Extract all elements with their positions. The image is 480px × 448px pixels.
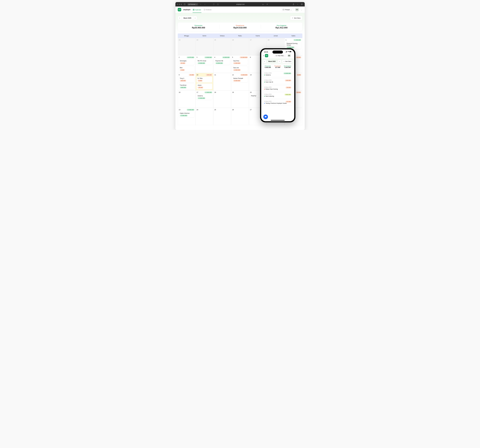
profile-switcher[interactable]: Personal ⌄ (187, 3, 198, 6)
calendar-entry[interactable]: Jasjus-20.000 (197, 84, 212, 89)
person-icon (189, 4, 190, 5)
scope-selector[interactable]: Pribadi ⌄ (281, 8, 293, 11)
minimize-window-icon[interactable] (179, 4, 180, 5)
phone-stats: Pemasukan5.500.000 Pengeluaran217.000 Si… (263, 64, 293, 69)
calendar-entry[interactable]: Saham Pempek-5.000.000 (232, 77, 248, 83)
calendar-cell[interactable]: 24 (196, 38, 213, 56)
phone-transaction-card[interactable]: 14 Maret 2025 Soto Cak Ali -100.000 (263, 78, 293, 84)
calendar-entry[interactable]: Tong Ji-300.000 (179, 77, 195, 83)
calendar-cell-selected[interactable]: 10 -545.000 Es Tebu-5.000 Jasjus-20.000 (196, 73, 213, 91)
phone-new-item-button[interactable]: ＋Item Baru (282, 60, 293, 63)
day-number: 24 (197, 109, 198, 111)
phone-logo[interactable] (265, 54, 268, 57)
calendar-cell[interactable]: 26 (231, 108, 249, 125)
day-number: 16 (179, 91, 180, 93)
app-header: amplopin Kalender Evaluasi Pribadi ⌄ MM … (176, 7, 305, 13)
chevron-down-icon[interactable]: ⌄ (301, 9, 302, 11)
maximize-window-icon[interactable] (181, 4, 182, 5)
phone-next-month[interactable]: › (278, 60, 281, 63)
next-month-button[interactable]: › (193, 16, 197, 20)
phone-scope-selector[interactable]: Dojo (Rp) ⌄ (275, 54, 287, 57)
calendar-cell[interactable]: 12 -5.000.000 Saham Pempek-5.000.000 (231, 73, 249, 91)
day-number: 25 (214, 39, 216, 41)
day-total-badge: 00.000 (296, 91, 301, 93)
phone-new-item-label: Item Baru (285, 61, 291, 62)
phone-stat-income: Pemasukan5.500.000 (263, 65, 273, 68)
sidebar-toggle-icon[interactable] (183, 3, 186, 6)
close-window-icon[interactable] (177, 4, 178, 5)
phone-avatar[interactable]: MM (288, 54, 291, 57)
new-item-button[interactable]: ＋ Item Baru (290, 16, 302, 20)
plus-icon: ＋ (283, 60, 285, 62)
svg-rect-6 (301, 4, 303, 5)
day-number: 12 (232, 74, 234, 76)
nav-evaluation[interactable]: Evaluasi (204, 8, 212, 11)
calendar-cell[interactable]: 2 +4.978.000 Semangka-20.000 Bilor-2.000 (178, 56, 196, 73)
reload-icon[interactable]: ⟳ (266, 3, 269, 6)
user-avatar[interactable]: MM (295, 8, 299, 11)
calendar-cell[interactable]: 5 -14.000.000 Gaji Alma-1.000.000 Gaji L… (231, 56, 249, 73)
calendar-entry[interactable]: Adsterra+1.600.000 (197, 94, 212, 100)
plus-icon: ＋ (292, 17, 293, 19)
shield-icon[interactable] (212, 3, 215, 6)
day-number: 18 (214, 91, 216, 93)
forward-button[interactable]: › (203, 3, 206, 6)
tabs-icon[interactable] (300, 3, 303, 6)
day-number: 28 (268, 39, 269, 41)
calendar-cell[interactable]: 4 +6.000.000 Payment NE+6.000.000 (213, 56, 231, 73)
app-logo[interactable] (178, 8, 181, 11)
calendar-cell[interactable]: 25 (213, 108, 231, 125)
entry-amount: -2.000.000 (233, 69, 241, 71)
phone-transaction-card[interactable]: 14 Maret 2025 Adsterra +5.000.000 (263, 71, 293, 77)
calendar-cell[interactable]: 17 +1.600.000 Adsterra+1.600.000 (196, 91, 213, 108)
calendar-entry[interactable]: Gaji Lara-2.000.000 (232, 66, 248, 72)
calendar-cell[interactable]: 23 (178, 38, 196, 56)
calendar-entry[interactable]: Transferan+300.000 (179, 84, 195, 89)
phone-transaction-card[interactable]: 13 Maret 2025 Testing Checkout Amplopin … (263, 99, 293, 105)
phone-card-title: Makan Nasi Goreng (264, 88, 291, 90)
prev-month-button[interactable]: ‹ (178, 16, 182, 20)
calendar-entry[interactable]: Bilor-2.000 (179, 66, 195, 72)
calendar-entry[interactable]: Semangka-20.000 (179, 59, 195, 65)
address-bar[interactable]: amplopin.test (220, 3, 261, 5)
site-settings-icon[interactable] (216, 3, 219, 6)
day-total-badge: -15.000 (189, 74, 194, 76)
chat-fab[interactable] (263, 114, 268, 119)
calendar-cell[interactable]: 19 (231, 91, 249, 108)
day-number: 10 (197, 74, 198, 76)
calendar-cell[interactable]: 9 -15.000 Tong Ji-300.000 Transferan+300… (178, 73, 196, 91)
entry-amount: -20.000 (198, 87, 203, 88)
stat-remaining-label: Sisa Anggaran (261, 25, 302, 26)
calendar-cell[interactable]: 24 (196, 108, 213, 125)
menu-icon[interactable]: ≡ (263, 55, 264, 57)
day-number: 27 (250, 109, 252, 111)
calendar-cell[interactable]: 3 +3.000.000 RE+PO Arizal+3.000.000 (196, 56, 213, 73)
translate-icon[interactable]: 文A (261, 3, 265, 6)
back-button[interactable]: ‹ (199, 3, 202, 6)
entry-title: Gajian Adsense (180, 112, 193, 114)
calendar-entry[interactable]: Payment NE+6.000.000 (214, 59, 230, 65)
svg-rect-13 (286, 52, 286, 52)
new-tab-icon[interactable]: ＋ (296, 3, 299, 6)
calendar-entry[interactable]: Es Tebu-5.000 (197, 77, 212, 83)
calendar-cell[interactable]: 25 (213, 38, 231, 56)
phone-transaction-card[interactable]: 13 Maret 2025 Nerd indexing +500.000 (263, 92, 293, 98)
nav-calendar[interactable]: Kalender (193, 8, 201, 13)
phone-transaction-card[interactable]: 14 Maret 2025 Makan Nasi Goreng -20.000 (263, 85, 293, 91)
calendar-cell[interactable]: 26 (231, 38, 249, 56)
weekday-label: Rabu (231, 34, 249, 38)
phone-prev-month[interactable]: ‹ (263, 60, 266, 63)
calendar-cell[interactable]: 18 (213, 91, 231, 108)
phone-header: ≡ Dojo (Rp) ⌄ MM ⌄ (261, 53, 294, 58)
share-icon[interactable] (292, 3, 295, 6)
calendar-entry[interactable]: RE+PO Arizal+3.000.000 (197, 59, 212, 65)
calendar-entry[interactable]: Gajian Adsense+2.000.000 (179, 112, 195, 117)
entry-title: Tong Ji (180, 77, 193, 79)
document-icon (204, 9, 205, 10)
calendar-cell[interactable]: 23 +2.000.000 Gajian Adsense+2.000.000 (178, 108, 196, 125)
calendar-cell[interactable]: 11 (213, 73, 231, 91)
svg-rect-8 (193, 9, 193, 10)
calendar-entry[interactable]: Gaji Alma-1.000.000 (232, 59, 248, 65)
calendar-cell[interactable]: 16 (178, 91, 196, 108)
chevron-down-icon[interactable]: ⌄ (292, 55, 293, 56)
